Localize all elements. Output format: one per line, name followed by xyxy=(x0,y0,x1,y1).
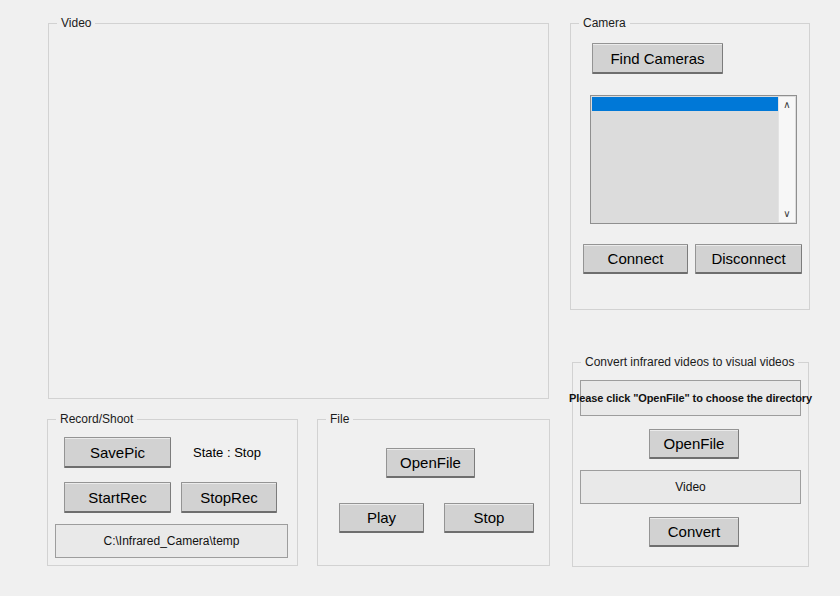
app-window: { "window": { "background": "#f0f0f0" },… xyxy=(0,0,840,596)
convert-button[interactable]: Convert xyxy=(649,517,739,547)
file-group: File OpenFile Play Stop xyxy=(317,419,550,566)
connect-button[interactable]: Connect xyxy=(583,244,688,274)
stoprec-button[interactable]: StopRec xyxy=(181,482,277,513)
record-shoot-group-label: Record/Shoot xyxy=(56,412,137,426)
convert-group-label: Convert infrared videos to visual videos xyxy=(581,355,798,369)
record-shoot-group: Record/Shoot SavePic State : Stop StartR… xyxy=(47,419,298,566)
state-label: State : Stop xyxy=(193,445,261,460)
file-openfile-button[interactable]: OpenFile xyxy=(386,448,475,478)
save-path-display: C:\Infrared_Camera\temp xyxy=(55,524,288,558)
camera-group: Camera Find Cameras ∧ ∨ Connect Disconne… xyxy=(570,23,810,310)
video-group: Video xyxy=(48,23,549,399)
savepic-button[interactable]: SavePic xyxy=(64,437,171,468)
video-preview-area xyxy=(49,24,548,398)
camera-list-selected-row[interactable] xyxy=(592,97,779,111)
convert-openfile-button[interactable]: OpenFile xyxy=(649,429,739,459)
stop-button[interactable]: Stop xyxy=(444,503,534,533)
startrec-button[interactable]: StartRec xyxy=(64,482,171,513)
camera-group-label: Camera xyxy=(579,16,630,30)
directory-hint-display: Please click "OpenFile" to choose the di… xyxy=(580,380,801,416)
chevron-down-icon[interactable]: ∨ xyxy=(779,206,795,222)
find-cameras-button[interactable]: Find Cameras xyxy=(592,43,723,74)
video-type-display: Video xyxy=(580,470,801,504)
file-group-label: File xyxy=(326,412,353,426)
convert-group: Convert infrared videos to visual videos… xyxy=(572,362,809,567)
camera-list-scrollbar[interactable]: ∧ ∨ xyxy=(778,97,795,222)
disconnect-button[interactable]: Disconnect xyxy=(695,244,802,274)
play-button[interactable]: Play xyxy=(339,503,424,533)
camera-list[interactable]: ∧ ∨ xyxy=(590,95,797,224)
chevron-up-icon[interactable]: ∧ xyxy=(779,97,795,113)
